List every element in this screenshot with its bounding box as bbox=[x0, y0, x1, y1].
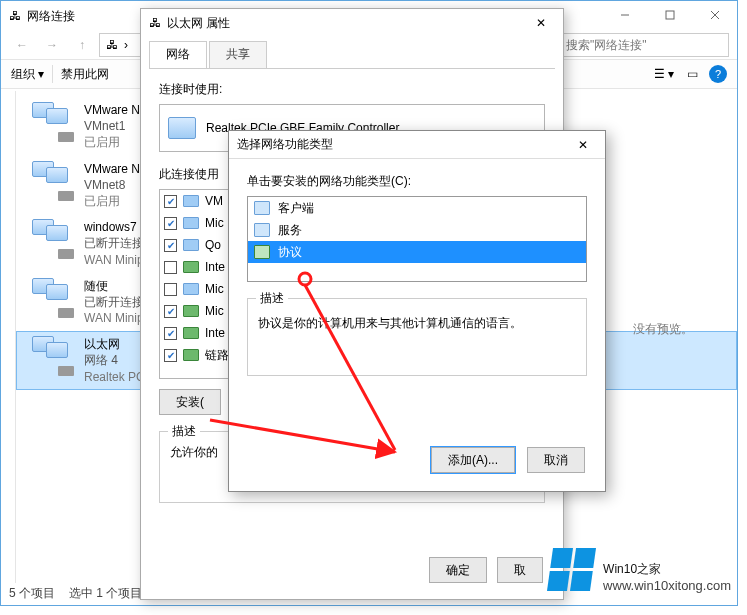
network-adapter-icon bbox=[32, 161, 74, 201]
windows-logo-icon bbox=[547, 548, 596, 591]
feature-type-item[interactable]: 协议 bbox=[248, 241, 586, 263]
add-button[interactable]: 添加(A)... bbox=[431, 447, 515, 473]
network-adapter-icon bbox=[32, 336, 74, 376]
nic-icon: 🖧 bbox=[106, 38, 118, 52]
cancel-button[interactable]: 取 bbox=[497, 557, 543, 583]
checkbox-icon[interactable] bbox=[164, 283, 177, 296]
connect-using-label: 连接时使用: bbox=[159, 81, 545, 98]
toolbar-organize[interactable]: 组织 bbox=[11, 66, 35, 83]
description-group: 描述 协议是你的计算机用来与其他计算机通信的语言。 bbox=[247, 298, 587, 376]
close-button[interactable]: ✕ bbox=[525, 13, 557, 33]
toolbar-sep bbox=[52, 65, 53, 83]
nic-icon: 🖧 bbox=[149, 16, 161, 30]
component-icon bbox=[183, 349, 199, 361]
client-icon bbox=[254, 201, 270, 215]
network-feature-type-dialog: 选择网络功能类型 ✕ 单击要安装的网络功能类型(C): 客户端 服务 协议 描述… bbox=[228, 130, 606, 492]
cancel-button[interactable]: 取消 bbox=[527, 447, 585, 473]
status-selected-count: 选中 1 个项目 bbox=[69, 585, 142, 602]
preview-pane-text: 没有预览。 bbox=[603, 321, 723, 338]
ok-button[interactable]: 确定 bbox=[429, 557, 487, 583]
conn-state: WAN Minip bbox=[84, 310, 144, 326]
checkbox-icon[interactable] bbox=[164, 327, 177, 340]
network-adapter-icon bbox=[32, 102, 74, 142]
svg-rect-1 bbox=[666, 11, 674, 19]
component-icon bbox=[183, 283, 199, 295]
component-icon bbox=[183, 195, 199, 207]
checkbox-icon[interactable] bbox=[164, 239, 177, 252]
protocol-icon bbox=[254, 245, 270, 259]
tabbar: 网络 共享 bbox=[141, 37, 563, 69]
checkbox-icon[interactable] bbox=[164, 349, 177, 362]
checkbox-icon[interactable] bbox=[164, 195, 177, 208]
conn-sub: 网络 4 bbox=[84, 352, 148, 368]
group-title: 描述 bbox=[168, 423, 200, 440]
description-text: 允许你的 bbox=[170, 445, 218, 459]
service-icon bbox=[254, 223, 270, 237]
dialog-title: 以太网 属性 bbox=[167, 15, 230, 32]
network-adapter-icon bbox=[32, 278, 74, 318]
conn-state: WAN Minip bbox=[84, 252, 144, 268]
dialog-titlebar: 选择网络功能类型 ✕ bbox=[229, 131, 605, 159]
adapter-icon bbox=[168, 117, 196, 139]
feature-type-item[interactable]: 服务 bbox=[248, 219, 586, 241]
conn-name: windows7 bbox=[84, 219, 144, 235]
component-icon bbox=[183, 305, 199, 317]
explorer-statusbar: 5 个项目 选中 1 个项目 bbox=[9, 585, 142, 602]
nav-fwd-button[interactable]: → bbox=[39, 33, 65, 57]
view-icon[interactable]: ☰ ▾ bbox=[653, 63, 675, 85]
conn-name: 随便 bbox=[84, 278, 144, 294]
conn-sub: VMnet8 bbox=[84, 177, 147, 193]
close-button[interactable] bbox=[692, 1, 737, 29]
conn-sub: 已断开连接 bbox=[84, 294, 144, 310]
status-item-count: 5 个项目 bbox=[9, 585, 55, 602]
maximize-button[interactable] bbox=[647, 1, 692, 29]
network-adapter-icon bbox=[32, 219, 74, 259]
checkbox-icon[interactable] bbox=[164, 217, 177, 230]
conn-name: 以太网 bbox=[84, 336, 148, 352]
dialog-title: 选择网络功能类型 bbox=[237, 136, 333, 153]
conn-state: 已启用 bbox=[84, 193, 147, 209]
minimize-button[interactable] bbox=[602, 1, 647, 29]
close-button[interactable]: ✕ bbox=[567, 135, 599, 155]
tab-network[interactable]: 网络 bbox=[149, 41, 207, 68]
help-icon[interactable]: ? bbox=[709, 65, 727, 83]
nav-back-button[interactable]: ← bbox=[9, 33, 35, 57]
install-button[interactable]: 安装( bbox=[159, 389, 221, 415]
component-icon bbox=[183, 327, 199, 339]
folder-icon: 🖧 bbox=[9, 9, 21, 23]
type-list-label: 单击要安装的网络功能类型(C): bbox=[247, 173, 587, 190]
dialog-titlebar: 🖧 以太网 属性 ✕ bbox=[141, 9, 563, 37]
explorer-title: 网络连接 bbox=[27, 8, 75, 25]
preview-pane-icon[interactable]: ▭ bbox=[681, 63, 703, 85]
nav-pane bbox=[1, 91, 16, 583]
conn-state: 已启用 bbox=[84, 134, 147, 150]
conn-name: VMware Ne bbox=[84, 161, 147, 177]
toolbar-disable[interactable]: 禁用此网 bbox=[61, 66, 109, 83]
conn-sub: VMnet1 bbox=[84, 118, 147, 134]
tab-sharing[interactable]: 共享 bbox=[209, 41, 267, 69]
search-input[interactable]: 搜索"网络连接" bbox=[559, 33, 729, 57]
checkbox-icon[interactable] bbox=[164, 305, 177, 318]
component-icon bbox=[183, 239, 199, 251]
component-icon bbox=[183, 261, 199, 273]
conn-name: VMware Ne bbox=[84, 102, 147, 118]
component-icon bbox=[183, 217, 199, 229]
search-placeholder: 搜索"网络连接" bbox=[566, 37, 647, 54]
description-text: 协议是你的计算机用来与其他计算机通信的语言。 bbox=[258, 316, 522, 330]
conn-sub: 已断开连接 bbox=[84, 235, 144, 251]
checkbox-icon[interactable] bbox=[164, 261, 177, 274]
watermark: Win10之家 www.win10xitong.com bbox=[550, 546, 731, 593]
conn-state: Realtek PCI bbox=[84, 369, 148, 385]
group-title: 描述 bbox=[256, 290, 288, 307]
breadcrumb-sep: › bbox=[124, 38, 128, 52]
nav-up-button[interactable]: ↑ bbox=[69, 33, 95, 57]
feature-type-list[interactable]: 客户端 服务 协议 bbox=[247, 196, 587, 282]
feature-type-item[interactable]: 客户端 bbox=[248, 197, 586, 219]
watermark-url: www.win10xitong.com bbox=[603, 578, 731, 593]
